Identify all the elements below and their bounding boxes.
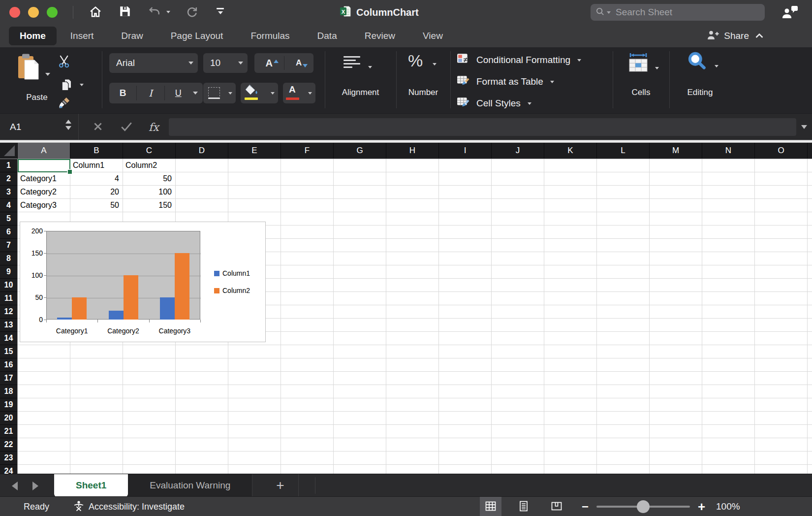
name-box[interactable]: A1 bbox=[0, 114, 79, 140]
legend-entry-column2[interactable]: Column2 bbox=[214, 287, 250, 294]
cells-area[interactable]: 050100150200Category1Category2Category3C… bbox=[18, 159, 812, 474]
zoom-out-button[interactable]: − bbox=[579, 497, 592, 516]
bar-column2-category1[interactable] bbox=[72, 297, 87, 320]
tab-draw[interactable]: Draw bbox=[107, 27, 156, 45]
tab-review[interactable]: Review bbox=[351, 27, 409, 45]
next-sheet-arrow[interactable] bbox=[32, 482, 38, 490]
search-scope-caret[interactable] bbox=[607, 11, 611, 14]
tab-formulas[interactable]: Formulas bbox=[237, 27, 303, 45]
row-header-24[interactable]: 24 bbox=[0, 465, 17, 474]
row-header-6[interactable]: 6 bbox=[0, 226, 17, 239]
insert-function-button[interactable]: fx bbox=[146, 114, 162, 140]
embedded-column-chart[interactable]: 050100150200Category1Category2Category3C… bbox=[20, 222, 266, 342]
undo-dropdown-caret[interactable] bbox=[166, 11, 170, 13]
normal-view-button[interactable] bbox=[480, 497, 501, 516]
undo-toolbar-button[interactable] bbox=[148, 5, 161, 20]
formula-input[interactable] bbox=[169, 118, 796, 136]
row-header-4[interactable]: 4 bbox=[0, 199, 17, 212]
page-break-preview-button[interactable] bbox=[546, 497, 567, 516]
legend-entry-column1[interactable]: Column1 bbox=[214, 269, 250, 277]
cell-C3[interactable]: 100 bbox=[123, 186, 176, 199]
tab-page-layout[interactable]: Page Layout bbox=[157, 27, 237, 45]
sheet-tab-sheet1[interactable]: Sheet1 bbox=[54, 474, 128, 497]
contacts-button[interactable] bbox=[781, 5, 798, 21]
row-header-20[interactable]: 20 bbox=[0, 412, 17, 425]
enter-button[interactable] bbox=[117, 114, 136, 140]
format-as-table-button[interactable]: Format as Table bbox=[9, 72, 554, 92]
row-header-16[interactable]: 16 bbox=[0, 358, 17, 372]
customize-toolbar-button[interactable] bbox=[217, 8, 224, 14]
column-header-o[interactable]: O bbox=[755, 143, 808, 159]
cell-B2[interactable]: 4 bbox=[70, 172, 123, 186]
cell-A3[interactable]: Category2 bbox=[18, 186, 70, 199]
format-as-table-caret[interactable] bbox=[550, 81, 554, 83]
row-header-9[interactable]: 9 bbox=[0, 265, 17, 279]
page-layout-view-button[interactable] bbox=[513, 497, 534, 516]
column-header-d[interactable]: D bbox=[176, 143, 228, 159]
cell-C4[interactable]: 150 bbox=[123, 199, 176, 212]
editing-group[interactable]: Editing bbox=[669, 47, 731, 113]
cancel-button[interactable] bbox=[90, 114, 106, 140]
row-header-12[interactable]: 12 bbox=[0, 305, 17, 319]
row-header-2[interactable]: 2 bbox=[0, 172, 17, 186]
share-button[interactable]: Share bbox=[707, 25, 749, 47]
minimize-window-button[interactable] bbox=[28, 7, 39, 18]
home-toolbar-button[interactable] bbox=[89, 5, 102, 20]
accessibility-status[interactable]: Accessibility: Investigate bbox=[73, 497, 185, 516]
row-header-7[interactable]: 7 bbox=[0, 239, 17, 252]
column-header-i[interactable]: I bbox=[439, 143, 492, 159]
collapse-ribbon-button[interactable] bbox=[755, 32, 764, 40]
sheet-tab-evaluation-warning[interactable]: Evaluation Warning bbox=[128, 474, 252, 497]
bar-column1-category3[interactable] bbox=[160, 297, 175, 320]
column-header-a[interactable]: A bbox=[18, 143, 70, 159]
fill-handle[interactable] bbox=[68, 170, 72, 174]
cell-styles-caret[interactable] bbox=[528, 102, 531, 105]
conditional-formatting-button[interactable]: Conditional Formatting bbox=[9, 50, 581, 70]
row-header-10[interactable]: 10 bbox=[0, 279, 17, 292]
column-header-n[interactable]: N bbox=[702, 143, 755, 159]
row-header-18[interactable]: 18 bbox=[0, 385, 17, 398]
row-header-14[interactable]: 14 bbox=[0, 332, 17, 345]
column-header-g[interactable]: G bbox=[334, 143, 386, 159]
row-header-15[interactable]: 15 bbox=[0, 345, 17, 358]
tab-home[interactable]: Home bbox=[9, 27, 57, 45]
bar-column1-category2[interactable] bbox=[109, 311, 124, 320]
row-header-17[interactable]: 17 bbox=[0, 372, 17, 385]
close-window-button[interactable] bbox=[9, 7, 20, 18]
cells-group[interactable]: Cells bbox=[613, 47, 669, 113]
redo-toolbar-button[interactable] bbox=[185, 5, 199, 20]
conditional-formatting-caret[interactable] bbox=[577, 59, 581, 62]
search-input[interactable]: Search Sheet bbox=[591, 4, 765, 21]
cell-B1[interactable]: Column1 bbox=[70, 159, 123, 172]
editing-caret[interactable] bbox=[715, 65, 718, 67]
row-header-21[interactable]: 21 bbox=[0, 425, 17, 438]
column-header-l[interactable]: L bbox=[597, 143, 650, 159]
cell-B3[interactable]: 20 bbox=[70, 186, 123, 199]
row-header-19[interactable]: 19 bbox=[0, 398, 17, 412]
column-header-c[interactable]: C bbox=[123, 143, 176, 159]
tab-data[interactable]: Data bbox=[304, 27, 351, 45]
column-header-j[interactable]: J bbox=[492, 143, 544, 159]
row-header-3[interactable]: 3 bbox=[0, 186, 17, 199]
row-header-23[interactable]: 23 bbox=[0, 452, 17, 465]
column-header-b[interactable]: B bbox=[70, 143, 123, 159]
cell-A2[interactable]: Category1 bbox=[18, 172, 70, 186]
cell-C2[interactable]: 50 bbox=[123, 172, 176, 186]
select-all-corner[interactable] bbox=[0, 143, 18, 159]
cell-A4[interactable]: Category3 bbox=[18, 199, 70, 212]
column-header-e[interactable]: E bbox=[228, 143, 281, 159]
add-sheet-button[interactable]: + bbox=[262, 474, 299, 497]
name-box-spinner[interactable] bbox=[65, 120, 71, 130]
row-header-5[interactable]: 5 bbox=[0, 212, 17, 226]
selected-cell[interactable] bbox=[18, 159, 70, 172]
column-header-f[interactable]: F bbox=[281, 143, 334, 159]
row-header-1[interactable]: 1 bbox=[0, 159, 17, 172]
cells-caret[interactable] bbox=[655, 67, 659, 69]
tab-insert[interactable]: Insert bbox=[57, 27, 108, 45]
bar-column2-category3[interactable] bbox=[175, 253, 189, 320]
row-header-11[interactable]: 11 bbox=[0, 292, 17, 305]
zoom-window-button[interactable] bbox=[47, 7, 58, 18]
tab-view[interactable]: View bbox=[409, 27, 457, 45]
row-header-13[interactable]: 13 bbox=[0, 319, 17, 332]
row-header-8[interactable]: 8 bbox=[0, 252, 17, 265]
